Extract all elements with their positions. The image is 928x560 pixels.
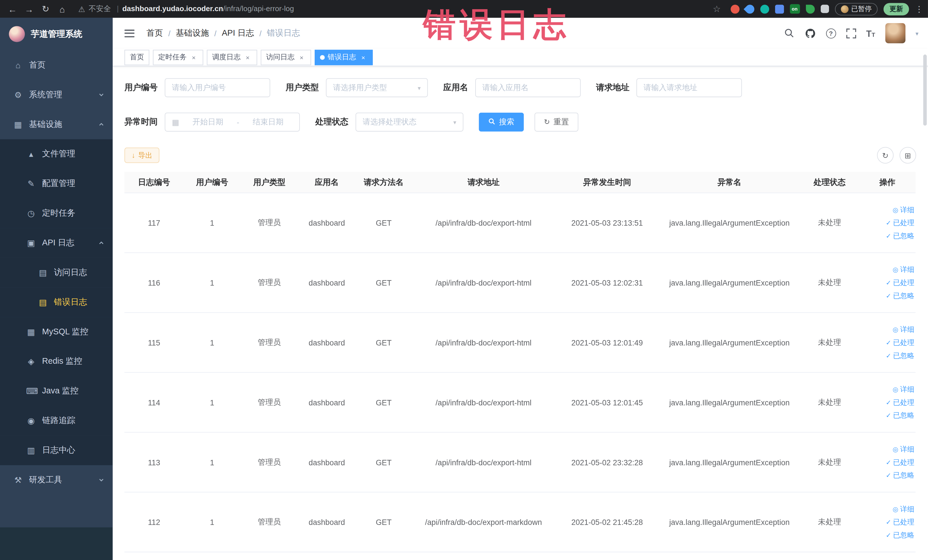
export-button[interactable]: ↓ 导出	[124, 148, 159, 163]
fullscreen-icon[interactable]	[846, 28, 856, 38]
eye-icon: ◎	[893, 325, 898, 333]
sidebar-item-access-logs[interactable]: ▤ 访问日志	[0, 258, 113, 288]
mark-processed-link[interactable]: ✓已处理	[886, 218, 914, 227]
mark-processed-link[interactable]: ✓已处理	[886, 337, 914, 348]
sidebar-item-log-center[interactable]: ▥ 日志中心	[0, 436, 113, 465]
sidebar-item-file-management[interactable]: ▴︎ 文件管理	[0, 139, 113, 169]
detail-link[interactable]: ◎详细	[893, 264, 914, 275]
sidebar-item-api-logs[interactable]: ▣ API 日志	[0, 228, 113, 258]
mark-ignored-link[interactable]: ✓已忽略	[886, 470, 914, 480]
search-icon[interactable]	[784, 28, 794, 38]
sidebar-item-scheduled-tasks[interactable]: ◷ 定时任务	[0, 198, 113, 228]
table-row: 116 1 管理员 dashboard GET /api/infra/db-do…	[124, 253, 916, 313]
mark-processed-link[interactable]: ✓已处理	[886, 457, 914, 467]
tab-scheduled-tasks[interactable]: 定时任务 ×	[153, 49, 203, 65]
browser-update-button[interactable]: 更新	[884, 3, 909, 15]
row-actions: ◎详细 ✓已处理 ✓已忽略	[859, 264, 916, 301]
paused-badge[interactable]: 已暂停	[835, 3, 878, 15]
document-icon: ▤	[38, 298, 48, 307]
database-icon: ▦	[26, 327, 36, 337]
back-icon[interactable]: ←	[5, 2, 20, 16]
tab-home[interactable]: 首页	[124, 49, 149, 65]
detail-link[interactable]: ◎详细	[893, 384, 914, 394]
table-header: 日志编号 用户编号 用户类型 应用名 请求方法名 请求地址 异常发生时间 异常名…	[124, 172, 916, 193]
mark-ignored-link[interactable]: ✓已忽略	[886, 231, 914, 241]
breadcrumb-separator: /	[214, 29, 217, 38]
detail-link[interactable]: ◎详细	[893, 205, 914, 215]
detail-link[interactable]: ◎详细	[893, 444, 914, 454]
user-menu-caret-icon[interactable]: ▾	[916, 30, 918, 37]
site-security[interactable]: ⚠ 不安全 |	[78, 4, 121, 14]
sidebar-item-home[interactable]: ⌂ 首页	[0, 50, 113, 80]
bookmark-star-icon[interactable]: ☆	[709, 2, 724, 16]
scrollbar[interactable]	[923, 55, 926, 125]
user-id-input[interactable]: 请输入用户编号	[165, 78, 270, 97]
help-icon[interactable]: ?	[826, 28, 836, 38]
filter-exception-time: 异常时间 ▦ 开始日期 - 结束日期	[124, 113, 300, 131]
chevron-down-icon: ▾	[453, 119, 456, 125]
close-icon[interactable]: ×	[359, 53, 368, 61]
github-icon[interactable]	[804, 27, 816, 39]
sidebar-item-java-monitor[interactable]: ⌨ Java 监控	[0, 376, 113, 406]
sidebar-item-error-logs[interactable]: ▤ 错误日志	[0, 287, 113, 317]
close-icon[interactable]: ×	[190, 53, 198, 61]
column-settings-button[interactable]: ⊞	[899, 147, 916, 163]
breadcrumb-api-logs[interactable]: API 日志	[222, 28, 254, 38]
sidebar-item-mysql-monitor[interactable]: ▦ MySQL 监控	[0, 317, 113, 346]
close-icon[interactable]: ×	[298, 53, 306, 61]
user-type-select[interactable]: 请选择用户类型 ▾	[326, 78, 427, 97]
detail-link[interactable]: ◎详细	[893, 324, 914, 334]
request-url-input[interactable]: 请输入请求地址	[636, 78, 742, 97]
user-avatar[interactable]	[885, 23, 905, 43]
mark-processed-link[interactable]: ✓已处理	[886, 517, 914, 527]
filter-app-name: 应用名 请输入应用名	[443, 78, 581, 97]
extension-icon[interactable]	[730, 5, 739, 14]
mark-ignored-link[interactable]: ✓已忽略	[886, 530, 914, 540]
extension-icon[interactable]: on	[790, 4, 800, 14]
sidebar-item-link-tracing[interactable]: ◉ 链路追踪	[0, 406, 113, 436]
breadcrumb-separator: /	[168, 29, 171, 38]
refresh-icon[interactable]: ↻	[38, 2, 53, 16]
breadcrumb-home[interactable]: 首页	[147, 28, 163, 38]
close-icon[interactable]: ×	[244, 53, 252, 61]
detail-link[interactable]: ◎详细	[893, 504, 914, 514]
sidebar-item-dev-tools[interactable]: ⚒ 研发工具	[0, 465, 113, 495]
filter-user-type: 用户类型 请选择用户类型 ▾	[285, 78, 428, 97]
check-icon: ✓	[886, 232, 891, 240]
date-range-picker[interactable]: ▦ 开始日期 - 结束日期	[165, 113, 300, 131]
refresh-table-button[interactable]: ↻	[877, 147, 893, 163]
mark-ignored-link[interactable]: ✓已忽略	[886, 291, 914, 301]
tab-schedule-logs[interactable]: 调度日志 ×	[207, 49, 257, 65]
sidebar-item-infrastructure[interactable]: ▦ 基础设施	[0, 110, 113, 139]
sidebar-item-config-management[interactable]: ✎ 配置管理	[0, 169, 113, 198]
app-logo[interactable]: 芋道管理系统	[0, 18, 113, 50]
extension-icon[interactable]	[760, 5, 769, 14]
extension-icon[interactable]	[820, 5, 829, 13]
forward-icon[interactable]: →	[21, 2, 37, 16]
home-icon[interactable]: ⌂	[55, 2, 70, 16]
warning-icon: ⚠	[78, 5, 85, 14]
extension-icon[interactable]	[806, 5, 815, 14]
sidebar-item-system-management[interactable]: ⚙ 系统管理	[0, 80, 113, 110]
app-name-input[interactable]: 请输入应用名	[475, 78, 581, 97]
mark-ignored-link[interactable]: ✓已忽略	[886, 351, 914, 360]
mark-processed-link[interactable]: ✓已处理	[886, 397, 914, 407]
tab-error-logs[interactable]: 错误日志 ×	[314, 49, 373, 65]
breadcrumb-infrastructure[interactable]: 基础设施	[176, 28, 209, 38]
process-status-select[interactable]: 请选择处理状态 ▾	[356, 113, 463, 131]
search-button[interactable]: 搜索	[479, 113, 524, 131]
home-icon: ⌂	[13, 61, 23, 70]
monkey-emoji-icon	[841, 5, 849, 13]
address-bar[interactable]: dashboard.yudao.iocoder.cn/infra/log/api…	[122, 5, 294, 13]
tab-access-logs[interactable]: 访问日志 ×	[261, 49, 311, 65]
mark-ignored-link[interactable]: ✓已忽略	[886, 410, 914, 420]
reset-button[interactable]: ↻ 重置	[534, 113, 578, 131]
clock-icon: ◷	[26, 209, 36, 218]
font-size-icon[interactable]: TT	[866, 28, 875, 38]
browser-menu-icon[interactable]: ⋮	[915, 4, 923, 14]
collapse-sidebar-button[interactable]	[122, 27, 137, 40]
mark-processed-link[interactable]: ✓已处理	[886, 278, 914, 288]
extension-icon[interactable]	[743, 3, 756, 15]
extension-icon[interactable]	[775, 5, 784, 14]
sidebar-item-redis-monitor[interactable]: ◈ Redis 监控	[0, 346, 113, 376]
